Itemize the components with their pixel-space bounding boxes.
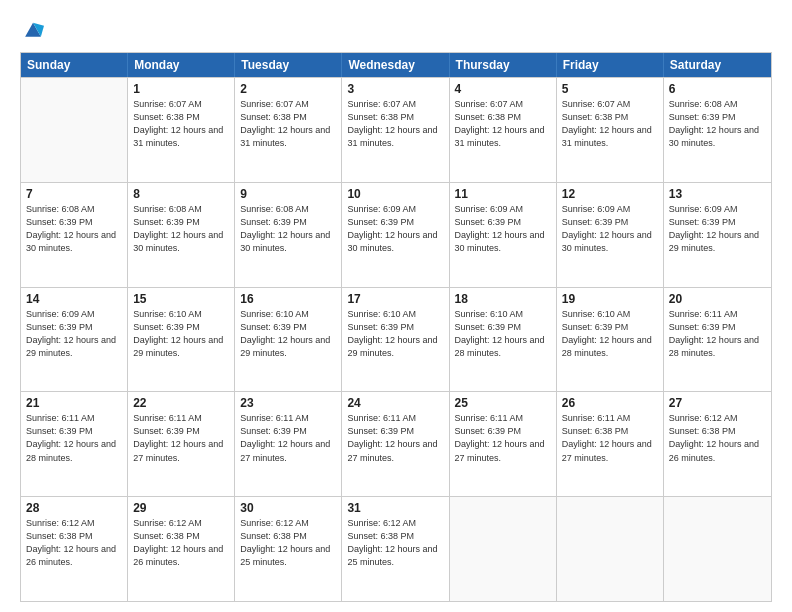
day-number: 13	[669, 187, 766, 201]
day-number: 22	[133, 396, 229, 410]
day-number: 24	[347, 396, 443, 410]
day-number: 4	[455, 82, 551, 96]
table-row: 28Sunrise: 6:12 AMSunset: 6:38 PMDayligh…	[21, 497, 128, 601]
cell-info: Sunrise: 6:12 AMSunset: 6:38 PMDaylight:…	[347, 517, 443, 569]
header-day-sunday: Sunday	[21, 53, 128, 77]
table-row: 13Sunrise: 6:09 AMSunset: 6:39 PMDayligh…	[664, 183, 771, 287]
day-number: 21	[26, 396, 122, 410]
cell-info: Sunrise: 6:12 AMSunset: 6:38 PMDaylight:…	[133, 517, 229, 569]
cell-info: Sunrise: 6:11 AMSunset: 6:39 PMDaylight:…	[455, 412, 551, 464]
day-number: 3	[347, 82, 443, 96]
day-number: 12	[562, 187, 658, 201]
table-row	[450, 497, 557, 601]
day-number: 23	[240, 396, 336, 410]
cell-info: Sunrise: 6:12 AMSunset: 6:38 PMDaylight:…	[26, 517, 122, 569]
cell-info: Sunrise: 6:07 AMSunset: 6:38 PMDaylight:…	[347, 98, 443, 150]
table-row	[21, 78, 128, 182]
table-row: 19Sunrise: 6:10 AMSunset: 6:39 PMDayligh…	[557, 288, 664, 392]
cell-info: Sunrise: 6:12 AMSunset: 6:38 PMDaylight:…	[240, 517, 336, 569]
table-row: 22Sunrise: 6:11 AMSunset: 6:39 PMDayligh…	[128, 392, 235, 496]
cell-info: Sunrise: 6:11 AMSunset: 6:39 PMDaylight:…	[240, 412, 336, 464]
cell-info: Sunrise: 6:10 AMSunset: 6:39 PMDaylight:…	[562, 308, 658, 360]
day-number: 19	[562, 292, 658, 306]
header-day-wednesday: Wednesday	[342, 53, 449, 77]
day-number: 14	[26, 292, 122, 306]
day-number: 2	[240, 82, 336, 96]
day-number: 20	[669, 292, 766, 306]
table-row: 26Sunrise: 6:11 AMSunset: 6:38 PMDayligh…	[557, 392, 664, 496]
table-row: 20Sunrise: 6:11 AMSunset: 6:39 PMDayligh…	[664, 288, 771, 392]
table-row: 5Sunrise: 6:07 AMSunset: 6:38 PMDaylight…	[557, 78, 664, 182]
table-row: 3Sunrise: 6:07 AMSunset: 6:38 PMDaylight…	[342, 78, 449, 182]
cell-info: Sunrise: 6:09 AMSunset: 6:39 PMDaylight:…	[455, 203, 551, 255]
cell-info: Sunrise: 6:10 AMSunset: 6:39 PMDaylight:…	[455, 308, 551, 360]
day-number: 30	[240, 501, 336, 515]
cell-info: Sunrise: 6:10 AMSunset: 6:39 PMDaylight:…	[133, 308, 229, 360]
table-row: 1Sunrise: 6:07 AMSunset: 6:38 PMDaylight…	[128, 78, 235, 182]
day-number: 7	[26, 187, 122, 201]
calendar: SundayMondayTuesdayWednesdayThursdayFrid…	[20, 52, 772, 602]
calendar-page: SundayMondayTuesdayWednesdayThursdayFrid…	[0, 0, 792, 612]
cell-info: Sunrise: 6:08 AMSunset: 6:39 PMDaylight:…	[669, 98, 766, 150]
header-day-saturday: Saturday	[664, 53, 771, 77]
header-day-tuesday: Tuesday	[235, 53, 342, 77]
table-row: 21Sunrise: 6:11 AMSunset: 6:39 PMDayligh…	[21, 392, 128, 496]
day-number: 1	[133, 82, 229, 96]
cell-info: Sunrise: 6:08 AMSunset: 6:39 PMDaylight:…	[26, 203, 122, 255]
header-day-monday: Monday	[128, 53, 235, 77]
table-row	[557, 497, 664, 601]
logo	[20, 18, 47, 44]
cell-info: Sunrise: 6:07 AMSunset: 6:38 PMDaylight:…	[133, 98, 229, 150]
table-row: 15Sunrise: 6:10 AMSunset: 6:39 PMDayligh…	[128, 288, 235, 392]
table-row: 16Sunrise: 6:10 AMSunset: 6:39 PMDayligh…	[235, 288, 342, 392]
table-row: 23Sunrise: 6:11 AMSunset: 6:39 PMDayligh…	[235, 392, 342, 496]
day-number: 26	[562, 396, 658, 410]
day-number: 11	[455, 187, 551, 201]
day-number: 25	[455, 396, 551, 410]
day-number: 15	[133, 292, 229, 306]
cell-info: Sunrise: 6:07 AMSunset: 6:38 PMDaylight:…	[562, 98, 658, 150]
day-number: 6	[669, 82, 766, 96]
table-row: 11Sunrise: 6:09 AMSunset: 6:39 PMDayligh…	[450, 183, 557, 287]
day-number: 28	[26, 501, 122, 515]
cell-info: Sunrise: 6:11 AMSunset: 6:39 PMDaylight:…	[669, 308, 766, 360]
cell-info: Sunrise: 6:11 AMSunset: 6:38 PMDaylight:…	[562, 412, 658, 464]
table-row: 29Sunrise: 6:12 AMSunset: 6:38 PMDayligh…	[128, 497, 235, 601]
table-row: 9Sunrise: 6:08 AMSunset: 6:39 PMDaylight…	[235, 183, 342, 287]
cell-info: Sunrise: 6:08 AMSunset: 6:39 PMDaylight:…	[133, 203, 229, 255]
table-row: 31Sunrise: 6:12 AMSunset: 6:38 PMDayligh…	[342, 497, 449, 601]
day-number: 9	[240, 187, 336, 201]
day-number: 18	[455, 292, 551, 306]
day-number: 17	[347, 292, 443, 306]
table-row: 14Sunrise: 6:09 AMSunset: 6:39 PMDayligh…	[21, 288, 128, 392]
table-row: 8Sunrise: 6:08 AMSunset: 6:39 PMDaylight…	[128, 183, 235, 287]
header-day-thursday: Thursday	[450, 53, 557, 77]
table-row: 2Sunrise: 6:07 AMSunset: 6:38 PMDaylight…	[235, 78, 342, 182]
calendar-week-5: 28Sunrise: 6:12 AMSunset: 6:38 PMDayligh…	[21, 496, 771, 601]
calendar-body: 1Sunrise: 6:07 AMSunset: 6:38 PMDaylight…	[21, 77, 771, 601]
cell-info: Sunrise: 6:11 AMSunset: 6:39 PMDaylight:…	[347, 412, 443, 464]
day-number: 8	[133, 187, 229, 201]
cell-info: Sunrise: 6:10 AMSunset: 6:39 PMDaylight:…	[347, 308, 443, 360]
day-number: 27	[669, 396, 766, 410]
cell-info: Sunrise: 6:10 AMSunset: 6:39 PMDaylight:…	[240, 308, 336, 360]
calendar-header: SundayMondayTuesdayWednesdayThursdayFrid…	[21, 53, 771, 77]
calendar-week-1: 1Sunrise: 6:07 AMSunset: 6:38 PMDaylight…	[21, 77, 771, 182]
cell-info: Sunrise: 6:09 AMSunset: 6:39 PMDaylight:…	[26, 308, 122, 360]
table-row: 24Sunrise: 6:11 AMSunset: 6:39 PMDayligh…	[342, 392, 449, 496]
cell-info: Sunrise: 6:07 AMSunset: 6:38 PMDaylight:…	[455, 98, 551, 150]
table-row: 10Sunrise: 6:09 AMSunset: 6:39 PMDayligh…	[342, 183, 449, 287]
table-row: 17Sunrise: 6:10 AMSunset: 6:39 PMDayligh…	[342, 288, 449, 392]
table-row: 4Sunrise: 6:07 AMSunset: 6:38 PMDaylight…	[450, 78, 557, 182]
day-number: 31	[347, 501, 443, 515]
page-header	[20, 18, 772, 44]
table-row: 27Sunrise: 6:12 AMSunset: 6:38 PMDayligh…	[664, 392, 771, 496]
cell-info: Sunrise: 6:09 AMSunset: 6:39 PMDaylight:…	[669, 203, 766, 255]
table-row: 12Sunrise: 6:09 AMSunset: 6:39 PMDayligh…	[557, 183, 664, 287]
cell-info: Sunrise: 6:09 AMSunset: 6:39 PMDaylight:…	[562, 203, 658, 255]
table-row: 25Sunrise: 6:11 AMSunset: 6:39 PMDayligh…	[450, 392, 557, 496]
table-row: 7Sunrise: 6:08 AMSunset: 6:39 PMDaylight…	[21, 183, 128, 287]
calendar-week-2: 7Sunrise: 6:08 AMSunset: 6:39 PMDaylight…	[21, 182, 771, 287]
logo-icon	[22, 18, 44, 40]
header-day-friday: Friday	[557, 53, 664, 77]
